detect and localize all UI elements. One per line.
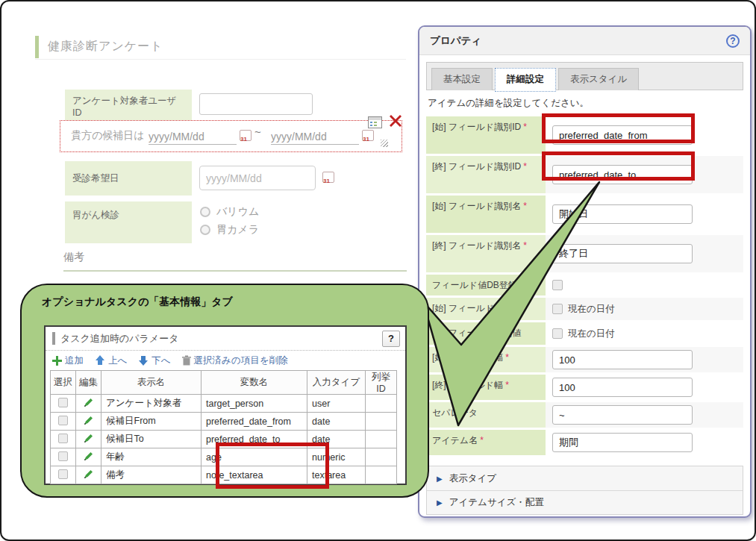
parameters-panel-title: タスク追加時のパラメータ xyxy=(60,332,382,345)
highlight-box-preferred-date-to xyxy=(542,151,695,181)
section-item-size-layout[interactable]: ▶ アイテムサイズ・配置 xyxy=(427,490,743,514)
checkbox-label: 現在の日付 xyxy=(568,303,615,316)
field-width-start-input[interactable] xyxy=(552,350,693,369)
calendar-icon-day: 31 xyxy=(240,136,247,143)
visit-date-label-cell: 受診希望日 xyxy=(65,161,192,196)
move-down-button[interactable]: 下へ xyxy=(138,354,170,367)
property-label: セパレータ xyxy=(426,402,546,428)
radio-icon[interactable] xyxy=(200,207,210,217)
field-name-end-input[interactable] xyxy=(552,244,693,263)
cell-input-type: date xyxy=(307,413,366,431)
cell-display-name: アンケート対象者 xyxy=(101,395,202,413)
stomach-exam-label: 胃がん検診 xyxy=(72,209,119,222)
row-checkbox[interactable] xyxy=(58,469,68,479)
form-title-block: 健康診断アンケート xyxy=(35,34,406,60)
date-from-input[interactable] xyxy=(149,128,237,145)
calendar-icon[interactable]: 31 xyxy=(362,130,374,141)
checkbox-label: 現在の日付 xyxy=(568,328,615,340)
row-checkbox[interactable] xyxy=(58,416,68,425)
initial-value-start-checkbox[interactable] xyxy=(552,304,563,314)
cell-variable-name: target_person xyxy=(202,395,307,413)
cell-display-name: 備考 xyxy=(101,466,202,484)
visit-date-label: 受診希望日 xyxy=(72,172,119,185)
edit-pencil-icon[interactable] xyxy=(84,415,94,425)
help-icon[interactable]: ? xyxy=(726,34,740,48)
parameters-panel: タスク追加時のパラメータ ? 追加 上へ 下へ xyxy=(44,325,407,485)
field-width-end-input[interactable] xyxy=(552,378,693,397)
edit-pencil-icon[interactable] xyxy=(84,451,94,461)
db-register-checkbox[interactable] xyxy=(552,280,563,290)
properties-description: アイテムの詳細を設定してください。 xyxy=(428,97,742,110)
col-input-type: 入力タイプ xyxy=(307,371,366,395)
userid-label-cell: アンケート対象者ユーザID xyxy=(65,90,192,122)
highlight-box-variable-names xyxy=(216,443,329,489)
note-divider xyxy=(63,270,407,272)
add-button[interactable]: 追加 xyxy=(52,354,84,367)
row-checkbox[interactable] xyxy=(58,451,68,461)
resize-handle[interactable] xyxy=(381,140,388,147)
property-label: [終] フィールド幅* xyxy=(426,375,546,400)
tab-detail-settings[interactable]: 詳細設定 xyxy=(495,68,556,92)
cell-display-name: 候補日To xyxy=(101,431,202,448)
separator-input[interactable] xyxy=(552,405,693,425)
date-range-separator: ~ xyxy=(254,125,261,138)
property-label: [始] フィールド識別ID* xyxy=(426,116,546,154)
table-header-row: 選択 編集 表示名 変数名 入力タイプ 列挙ID xyxy=(51,371,397,395)
property-row: [始] フィールド識別名* xyxy=(426,196,743,233)
property-label: アイテム名* xyxy=(426,430,546,455)
calendar-icon[interactable]: 31 xyxy=(322,172,334,183)
radio-option-camera[interactable]: 胃カメラ xyxy=(200,223,259,237)
properties-header: プロパティ ? xyxy=(419,27,750,55)
item-list-icon[interactable] xyxy=(368,116,382,131)
selected-date-range-item[interactable]: 貴方の候補日は 31 ~ 31 xyxy=(60,120,402,152)
cell-input-type: user xyxy=(307,395,366,413)
edit-pencil-icon[interactable] xyxy=(84,433,94,443)
trash-icon xyxy=(182,355,191,366)
row-checkbox[interactable] xyxy=(58,398,68,407)
property-row: [始] フィールド幅* xyxy=(426,347,743,372)
property-row: [終] フィールド初期値 現在の日付 xyxy=(426,322,743,345)
cell-enum-id xyxy=(366,413,397,431)
section-display-type[interactable]: ▶ 表示タイプ xyxy=(427,466,743,490)
userid-input[interactable] xyxy=(199,93,313,115)
chevron-right-icon: ▶ xyxy=(437,475,443,483)
arrow-down-icon xyxy=(138,355,149,366)
edit-pencil-icon[interactable] xyxy=(84,397,94,407)
col-enum-id: 列挙ID xyxy=(366,371,397,395)
visit-date-input[interactable] xyxy=(199,166,316,190)
note-label: 備考 xyxy=(63,251,84,264)
radio-icon[interactable] xyxy=(200,225,210,235)
delete-item-icon[interactable] xyxy=(389,114,402,131)
tab-display-style[interactable]: 表示スタイル xyxy=(558,68,639,90)
item-name-input[interactable] xyxy=(552,433,693,452)
table-row: 候補日From preferred_date_from date xyxy=(51,413,397,431)
tab-basic-settings[interactable]: 基本設定 xyxy=(431,68,493,90)
userid-label: アンケート対象者ユーザID xyxy=(72,95,184,118)
date-range-label: 貴方の候補日は xyxy=(71,129,145,143)
property-row: フィールド値DB登録 xyxy=(426,275,743,295)
cell-variable-name: preferred_date_from xyxy=(202,413,307,431)
cell-enum-id xyxy=(366,431,397,448)
section-label: アイテムサイズ・配置 xyxy=(449,496,544,509)
calendar-icon[interactable]: 31 xyxy=(240,130,252,141)
property-row: セパレータ xyxy=(426,402,743,428)
initial-value-end-checkbox[interactable] xyxy=(552,328,563,339)
properties-title: プロパティ xyxy=(430,34,726,48)
delete-selected-button[interactable]: 選択済みの項目を削除 xyxy=(182,354,288,367)
property-row: [始] フィールド初期値 現在の日付 xyxy=(426,298,743,320)
property-label: フィールド値DB登録 xyxy=(426,275,546,295)
cell-enum-id xyxy=(366,448,397,466)
calendar-icon-day: 31 xyxy=(363,136,369,143)
date-to-input[interactable] xyxy=(271,128,359,145)
parameters-panel-header: タスク追加時のパラメータ ? xyxy=(46,327,405,351)
field-name-start-input[interactable] xyxy=(552,204,693,224)
col-display-name: 表示名 xyxy=(101,371,202,395)
cell-display-name: 候補日From xyxy=(101,413,202,431)
edit-pencil-icon[interactable] xyxy=(84,469,94,479)
property-label: [終] フィールド初期値 xyxy=(426,322,546,345)
radio-option-barium[interactable]: バリウム xyxy=(200,205,259,219)
row-checkbox[interactable] xyxy=(58,434,68,443)
help-button[interactable]: ? xyxy=(382,331,400,347)
move-up-button[interactable]: 上へ xyxy=(95,354,127,367)
property-row: [終] フィールド識別名* xyxy=(426,235,743,272)
